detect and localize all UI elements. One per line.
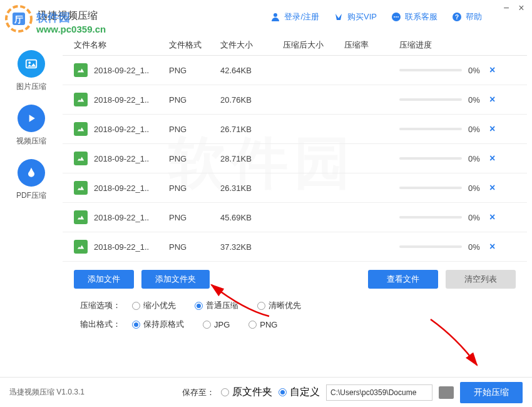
remove-row-icon[interactable]: ×	[489, 182, 495, 193]
cell-filename: 2018-09-22_1..	[94, 125, 169, 134]
pdf-icon	[18, 159, 45, 187]
image-file-icon	[74, 93, 88, 106]
cell-format: PNG	[169, 125, 220, 134]
view-file-button[interactable]: 查看文件	[368, 270, 438, 289]
table-row[interactable]: 2018-09-22_1.. PNG 45.69KB 0% ×	[63, 203, 527, 232]
radio-clear-first[interactable]: 清晰优先	[257, 300, 301, 311]
chat-icon	[391, 11, 402, 23]
image-file-icon	[74, 152, 88, 165]
radio-shrink-first[interactable]: 缩小优先	[132, 300, 176, 311]
progress-percent: 0%	[468, 213, 487, 222]
vip-label: 购买VIP	[347, 11, 377, 23]
progress-percent: 0%	[468, 66, 487, 75]
cell-size: 28.71KB	[220, 154, 283, 163]
radio-original-folder[interactable]: 原文件夹	[221, 386, 272, 399]
cell-size: 37.32KB	[220, 242, 283, 252]
watermark-text: 软件园	[36, 10, 70, 25]
radio-custom-folder[interactable]: 自定义	[279, 386, 320, 399]
help-link[interactable]: ? 帮助	[451, 11, 482, 23]
cell-filename: 2018-09-22_1..	[94, 183, 169, 193]
add-file-button[interactable]: 添加文件	[74, 270, 134, 289]
progress-percent: 0%	[468, 242, 487, 252]
browse-folder-icon[interactable]	[439, 386, 454, 399]
contact-label: 联系客服	[405, 11, 437, 23]
radio-normal-compress[interactable]: 普通压缩	[195, 300, 238, 311]
table-header: 文件名称 文件格式 文件大小 压缩后大小 压缩率 压缩进度	[63, 34, 527, 56]
cell-size: 45.69KB	[220, 213, 283, 222]
start-compress-button[interactable]: 开始压缩	[460, 382, 523, 403]
remove-row-icon[interactable]: ×	[489, 94, 495, 105]
table-body[interactable]: 2018-09-22_1.. PNG 42.64KB 0% × 2018-09-…	[63, 56, 527, 262]
svg-point-11	[28, 61, 31, 64]
play-icon	[18, 105, 45, 132]
clear-list-button[interactable]: 清空列表	[446, 270, 516, 289]
save-path-input[interactable]	[326, 384, 432, 401]
sidebar-item-pdf[interactable]: PDF压缩	[16, 159, 46, 201]
table-row[interactable]: 2018-09-22_1.. PNG 28.71KB 0% ×	[63, 144, 527, 173]
table-row[interactable]: 2018-09-22_1.. PNG 42.64KB 0% ×	[63, 56, 527, 85]
contact-link[interactable]: 联系客服	[391, 11, 437, 23]
svg-text:?: ?	[455, 14, 459, 21]
remove-row-icon[interactable]: ×	[489, 212, 495, 223]
progress-percent: 0%	[468, 95, 487, 105]
image-file-icon	[74, 181, 88, 195]
progress-bar	[399, 98, 462, 101]
cell-filename: 2018-09-22_1..	[94, 66, 169, 75]
vip-link[interactable]: 购买VIP	[333, 11, 377, 23]
minimize-button[interactable]: −	[502, 4, 511, 13]
svg-point-5	[394, 16, 395, 18]
svg-point-6	[396, 16, 397, 18]
table-row[interactable]: 2018-09-22_1.. PNG 20.76KB 0% ×	[63, 85, 527, 115]
progress-bar	[399, 128, 462, 130]
progress-percent: 0%	[468, 183, 487, 193]
remove-row-icon[interactable]: ×	[489, 123, 495, 135]
cell-size: 42.64KB	[220, 66, 283, 75]
watermark-logo: 厅	[5, 5, 33, 33]
help-label: 帮助	[466, 11, 482, 23]
table-row[interactable]: 2018-09-22_1.. PNG 26.71KB 0% ×	[63, 115, 527, 144]
radio-png[interactable]: PNG	[248, 319, 277, 330]
image-file-icon	[74, 210, 88, 224]
remove-row-icon[interactable]: ×	[489, 241, 495, 252]
radio-keep-format[interactable]: 保持原格式	[132, 319, 184, 330]
progress-bar	[399, 216, 462, 219]
th-format: 文件格式	[169, 39, 220, 51]
image-file-icon	[74, 63, 88, 77]
cell-format: PNG	[169, 95, 220, 105]
remove-row-icon[interactable]: ×	[489, 153, 495, 164]
progress-percent: 0%	[468, 154, 487, 163]
cell-filename: 2018-09-22_1..	[94, 242, 169, 252]
sidebar-item-video[interactable]: 视频压缩	[16, 105, 46, 147]
cell-format: PNG	[169, 213, 220, 222]
add-folder-button[interactable]: 添加文件夹	[141, 270, 210, 289]
close-button[interactable]: ×	[517, 4, 526, 13]
help-icon: ?	[451, 11, 463, 23]
sidebar-pdf-label: PDF压缩	[16, 190, 46, 201]
login-link[interactable]: 登录/注册	[270, 11, 319, 23]
sidebar-video-label: 视频压缩	[16, 136, 46, 147]
user-icon	[270, 11, 281, 23]
sidebar-image-label: 图片压缩	[16, 81, 46, 92]
image-file-icon	[74, 122, 88, 136]
progress-bar	[399, 245, 462, 248]
remove-row-icon[interactable]: ×	[489, 64, 495, 76]
th-rate: 压缩率	[344, 39, 399, 51]
th-size: 文件大小	[220, 39, 283, 51]
progress-bar	[399, 157, 462, 160]
cell-filename: 2018-09-22_1..	[94, 213, 169, 222]
progress-bar	[399, 69, 462, 71]
sidebar-item-image[interactable]: 图片压缩	[16, 50, 46, 92]
login-label: 登录/注册	[284, 11, 319, 23]
svg-point-7	[397, 16, 399, 18]
table-row[interactable]: 2018-09-22_1.. PNG 26.31KB 0% ×	[63, 173, 527, 203]
save-to-label: 保存至：	[182, 387, 215, 398]
image-icon	[18, 50, 45, 78]
cell-format: PNG	[169, 154, 220, 163]
cell-size: 20.76KB	[220, 95, 283, 105]
table-row[interactable]: 2018-09-22_1.. PNG 37.32KB 0% ×	[63, 232, 527, 262]
svg-point-3	[274, 13, 277, 17]
cell-size: 26.71KB	[220, 125, 283, 134]
version-label: 迅捷视频压缩 V1.0.3.1	[9, 387, 84, 398]
vip-icon	[333, 11, 344, 23]
radio-jpg[interactable]: JPG	[203, 319, 230, 330]
